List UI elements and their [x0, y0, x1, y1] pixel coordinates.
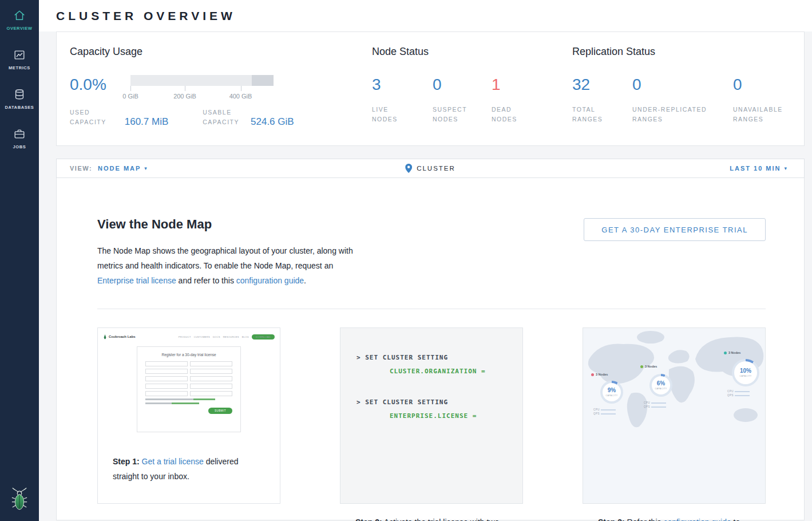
chevron-down-icon[interactable]: ▾ [144, 165, 147, 171]
replication-status-title: Replication Status [572, 46, 804, 58]
page-title: CLUSTER OVERVIEW [56, 9, 236, 23]
step-2-card: > SET CLUSTER SETTING CLUSTER.ORGANIZATI… [340, 327, 523, 504]
configuration-guide-link[interactable]: configuration guide [663, 518, 731, 521]
usable-capacity-label: USABLE CAPACITY [203, 108, 239, 127]
region-marker: 3 Nodes [640, 365, 657, 368]
page-header: CLUSTER OVERVIEW [39, 0, 812, 31]
node-status-section: Node Status 3 LIVENODES 0 SUSPECTNODES 1… [372, 46, 572, 145]
capacity-gauge: 6%CAPACITY [649, 374, 672, 397]
dead-nodes-value: 1 [492, 77, 517, 93]
live-nodes-stat: 3 LIVENODES [372, 75, 433, 124]
sidebar: OVERVIEW METRICS DATABASES JOBS [0, 0, 39, 521]
time-range-value[interactable]: LAST 10 MIN [730, 165, 781, 172]
capacity-bar-ticks: 0 GiB 200 GiB 400 GiB [130, 86, 274, 101]
metrics-chart-icon [13, 49, 26, 61]
sidebar-item-overview[interactable]: OVERVIEW [0, 9, 39, 31]
section-divider [97, 309, 766, 309]
sidebar-item-label: JOBS [13, 144, 26, 149]
suspect-nodes-value: 0 [433, 77, 492, 93]
capacity-tick: 0 GiB [130, 86, 131, 91]
live-nodes-value: 3 [372, 77, 433, 93]
registration-page-preview: Cockroach Labs PRODUCT CUSTOMERS DOCS RE… [98, 328, 280, 443]
cluster-summary-card: Capacity Usage 0.0% 0 GiB 200 GiB 400 Gi… [56, 31, 805, 146]
sidebar-item-databases[interactable]: DATABASES [0, 88, 39, 110]
suspect-nodes-stat: 0 SUSPECTNODES [433, 75, 492, 124]
sql-commands-preview: > SET CLUSTER SETTING CLUSTER.ORGANIZATI… [340, 328, 522, 503]
capacity-used-percent: 0.0% [70, 77, 130, 93]
sidebar-item-label: DATABASES [5, 105, 34, 110]
under-replicated-ranges-stat: 0 UNDER-REPLICATEDRANGES [632, 75, 733, 124]
used-capacity-stat: USED CAPACITY 160.7 MiB [70, 108, 168, 127]
capacity-usage-title: Capacity Usage [70, 46, 372, 58]
scope-breadcrumb: CLUSTER [405, 164, 455, 173]
region-mini-stats: CPU QPS [593, 408, 616, 416]
step-1-caption: Step 1: Get a trial license delivered st… [98, 443, 280, 484]
get-trial-license-link[interactable]: Get a trial license [142, 457, 204, 466]
preview-nav: PRODUCT CUSTOMERS DOCS RESOURCES BLOG DO… [176, 334, 275, 340]
enterprise-trial-license-link[interactable]: Enterprise trial license [97, 276, 176, 285]
view-label: VIEW: [70, 165, 92, 172]
cockroach-logo-small: Cockroach Labs [103, 334, 136, 340]
step-3-caption: Step 3: Refer this configuration guide t… [583, 503, 765, 521]
capacity-gauge: 10%CAPACITY [732, 359, 759, 386]
under-replicated-ranges-value: 0 [632, 77, 733, 93]
node-map-description: The Node Map shows the geographical layo… [97, 243, 365, 288]
step-1-card: Cockroach Labs PRODUCT CUSTOMERS DOCS RE… [97, 327, 280, 504]
cockroach-labs-logo[interactable] [11, 487, 28, 513]
region-marker: 3 Nodes [724, 351, 740, 354]
node-status-title: Node Status [372, 46, 572, 58]
used-capacity-label: USED CAPACITY [70, 108, 106, 127]
trial-register-form-preview: Register for a 30-day trial license SUBM… [137, 346, 241, 432]
node-map-card: View the Node Map The Node Map shows the… [56, 178, 805, 520]
scope-label: CLUSTER [417, 165, 455, 172]
view-selector[interactable]: NODE MAP [98, 165, 141, 172]
sidebar-item-label: METRICS [9, 65, 30, 70]
sidebar-item-metrics[interactable]: METRICS [0, 49, 39, 70]
enterprise-trial-button[interactable]: GET A 30-DAY ENTERPRISE TRIAL [584, 218, 766, 241]
time-range-selector[interactable]: LAST 10 MIN ▾ [730, 165, 804, 172]
map-pin-icon [405, 164, 412, 173]
briefcase-icon [13, 128, 26, 140]
capacity-usage-section: Capacity Usage 0.0% 0 GiB 200 GiB 400 Gi… [70, 46, 372, 145]
capacity-tick: 200 GiB [185, 86, 185, 91]
cluster-overview-page: OVERVIEW METRICS DATABASES JOBS [0, 0, 812, 521]
capacity-bar: 0 GiB 200 GiB 400 GiB [130, 75, 274, 101]
view-toolbar: VIEW: NODE MAP ▾ CLUSTER LAST 10 MIN ▾ [56, 159, 805, 178]
unavailable-ranges-stat: 0 UNAVAILABLERANGES [733, 75, 783, 124]
main-content: CLUSTER OVERVIEW Capacity Usage 0.0% 0 G… [39, 0, 812, 521]
capacity-gauge: 9%CAPACITY [600, 381, 623, 404]
used-capacity-value: 160.7 MiB [125, 116, 169, 127]
database-icon [13, 88, 26, 101]
configuration-guide-link[interactable]: configuration guide [236, 276, 304, 285]
capacity-bar-track [130, 75, 274, 86]
usable-capacity-stat: USABLE CAPACITY 524.6 GiB [203, 108, 294, 127]
replication-status-section: Replication Status 32 TOTALRANGES 0 UNDE… [572, 46, 804, 145]
capacity-tick: 400 GiB [241, 86, 241, 91]
region-marker: 3 Nodes [591, 373, 608, 376]
usable-capacity-value: 524.6 GiB [251, 116, 294, 127]
step-3-card: 3 Nodes 3 Nodes 3 Nodes 9%CAPACITY 6%CAP… [583, 327, 766, 504]
step-2-caption: Step 2: Activate the trial license with … [340, 503, 522, 521]
dead-nodes-stat: 1 DEADNODES [492, 75, 517, 124]
total-ranges-value: 32 [572, 77, 632, 93]
unavailable-ranges-value: 0 [733, 77, 783, 93]
chevron-down-icon[interactable]: ▾ [784, 165, 787, 171]
region-mini-stats: CPU QPS [644, 401, 666, 409]
node-map-preview: 3 Nodes 3 Nodes 3 Nodes 9%CAPACITY 6%CAP… [583, 328, 765, 503]
preview-submit-button: SUBMIT [208, 408, 232, 414]
sidebar-item-jobs[interactable]: JOBS [0, 128, 39, 149]
preview-download-button: DOWNLOAD [252, 334, 275, 340]
region-mini-stats: CPU QPS [727, 390, 750, 398]
total-ranges-stat: 32 TOTALRANGES [572, 75, 632, 124]
sidebar-item-label: OVERVIEW [6, 26, 32, 31]
home-icon [13, 9, 26, 22]
